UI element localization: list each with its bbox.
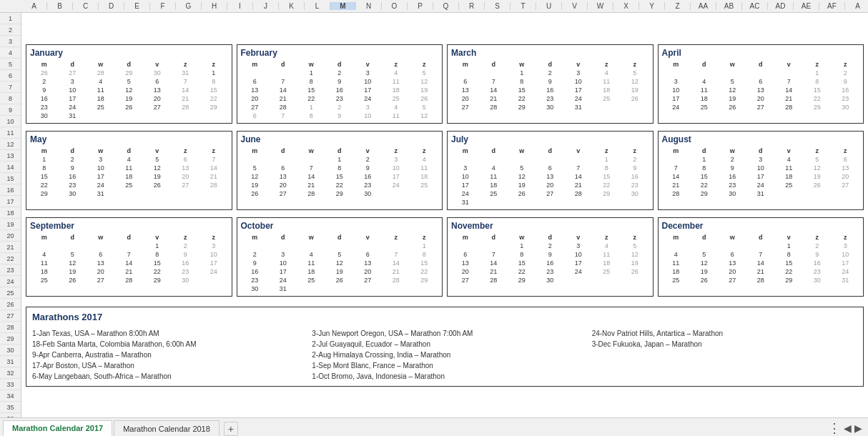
row-35: 35	[0, 402, 21, 413]
marathon-col-1: 1-Jan Texas, USA – Marathon 8:00h AM 18-…	[32, 328, 297, 382]
marathons-columns: 1-Jan Texas, USA – Marathon 8:00h AM 18-…	[32, 328, 857, 382]
marathon-entry-3-1: 24-Nov Patriot Hills, Antartica – Marath…	[592, 328, 857, 339]
row-23: 23	[0, 264, 21, 276]
calendars-row-1: January mdwdvzz 2627282930311 2345678 91…	[26, 44, 864, 124]
row-numbers: 1 2 3 4 5 6 7 8 9 10 11 12 13 14 15 16 1…	[0, 13, 21, 417]
col-A2: A	[845, 2, 868, 10]
marathons-section: Marathons 2017 1-Jan Texas, USA – Marath…	[26, 307, 864, 387]
sheet-content: January mdwdvzz 2627282930311 2345678 91…	[21, 13, 868, 417]
marathon-entry-2-4: 1-Sep Mont Blanc, France – Marathon	[312, 360, 577, 371]
march-title: March	[451, 48, 649, 58]
col-I: I	[227, 2, 253, 10]
row-28: 28	[0, 322, 21, 333]
row-12: 12	[0, 139, 21, 150]
row-21: 21	[0, 242, 21, 253]
december-grid: mdwdvzz 123 45678910 11121314151617 1819	[662, 233, 860, 284]
row-33: 33	[0, 379, 21, 390]
col-G: G	[176, 2, 202, 10]
row-18: 18	[0, 207, 21, 219]
december-calendar: December mdwdvzz 123 45678910 1112131415…	[658, 217, 864, 297]
july-title: July	[451, 134, 649, 144]
june-calendar: June mdwdvzz 1234 567891011 121314151617…	[237, 131, 443, 210]
marathon-entry-1-4: 17-Apr Boston, USA – Marathon	[32, 360, 297, 371]
row-32: 32	[0, 367, 21, 379]
august-calendar: August mdwdvzz 123456 78910111213 141516…	[658, 131, 864, 210]
col-J: J	[253, 2, 279, 10]
col-V: V	[562, 2, 588, 10]
row-20: 20	[0, 230, 21, 242]
col-Z: Z	[665, 2, 691, 10]
row-24: 24	[0, 276, 21, 287]
row-13: 13	[0, 150, 21, 162]
row-26: 26	[0, 299, 21, 310]
october-grid: mdwdvzz 1 2345678 9101112131415 16171819	[241, 233, 439, 293]
marathon-entry-3-2: 3-Dec Fukuoka, Japan – Marathon	[592, 339, 857, 350]
col-N: N	[356, 2, 382, 10]
col-Q: Q	[433, 2, 459, 10]
january-grid: mdwdvzz 2627282930311 2345678 9101112131…	[30, 60, 228, 120]
row-2: 2	[0, 24, 21, 36]
row-17: 17	[0, 196, 21, 207]
calendars-row-3: September mdwdvzz 123 45678910 111213141…	[26, 217, 864, 297]
march-grid: mdwdvzz 12345 6789101112 13141516171819	[451, 60, 649, 112]
col-H: H	[202, 2, 227, 10]
col-AA: AA	[691, 2, 716, 10]
february-grid: mdwdvzz 12345 6789101112 13141516171819	[241, 60, 439, 120]
col-AB: AB	[716, 2, 742, 10]
col-S: S	[485, 2, 511, 10]
row-34: 34	[0, 390, 21, 402]
marathon-entry-1-5: 6-May Langebaan, South-Africa – Marathon	[32, 371, 297, 382]
col-E: E	[124, 2, 150, 10]
september-grid: mdwdvzz 123 45678910 11121314151617 1819	[30, 233, 228, 284]
col-AE: AE	[794, 2, 819, 10]
marathon-entry-1-2: 18-Feb Santa Marta, Colombia Marathon, 6…	[32, 339, 297, 350]
row-8: 8	[0, 93, 21, 104]
col-F: F	[150, 2, 176, 10]
may-calendar: May mdwdvzz 1234567 891011121314 1516171…	[26, 131, 232, 210]
july-grid: mdwdvzz 12 3456789 10111213141516 171819	[451, 147, 649, 207]
row-16: 16	[0, 184, 21, 196]
col-O: O	[382, 2, 408, 10]
scroll-right-icon[interactable]: ▶	[854, 422, 862, 434]
col-L: L	[305, 2, 330, 10]
june-grid: mdwdvzz 1234 567891011 12131415161718 19	[241, 147, 439, 198]
scroll-left-icon[interactable]: ◀	[844, 422, 852, 434]
col-K: K	[279, 2, 305, 10]
marathon-entry-2-2: 2-Jul Guayaquil, Ecuador – Marathon	[312, 339, 577, 350]
marathon-entry-1-3: 9-Apr Canberra, Austratia – Marathon	[32, 350, 297, 360]
col-B: B	[47, 2, 73, 10]
row-29: 29	[0, 333, 21, 345]
col-M: M	[330, 2, 356, 10]
marathon-col-3: 24-Nov Patriot Hills, Antartica – Marath…	[592, 328, 857, 382]
row-19: 19	[0, 219, 21, 230]
tab-marathon-2018[interactable]: Marathon Calendar 2018	[114, 420, 220, 436]
col-D: D	[99, 2, 124, 10]
march-calendar: March mdwdvzz 12345 6789101112 131415161…	[447, 44, 654, 124]
col-P: P	[408, 2, 433, 10]
june-title: June	[241, 134, 439, 144]
row-1: 1	[0, 13, 21, 24]
spreadsheet-header: A B C D E F G H I J K L M N O P Q R S T …	[0, 0, 868, 13]
row-30: 30	[0, 345, 21, 356]
row-15: 15	[0, 173, 21, 184]
column-headers: A B C D E F G H I J K L M N O P Q R S T …	[0, 2, 868, 10]
grid-area: January mdwdvzz 2627282930311 2345678 91…	[21, 13, 868, 390]
row-25: 25	[0, 287, 21, 299]
col-X: X	[613, 2, 639, 10]
february-title: February	[241, 48, 439, 58]
tab-options-icon[interactable]: ⋮	[828, 420, 841, 436]
row-5: 5	[0, 59, 21, 70]
row-14: 14	[0, 162, 21, 173]
tab-marathon-2017[interactable]: Marathon Calendar 2017	[3, 420, 112, 436]
row-11: 11	[0, 127, 21, 139]
february-calendar: February mdwdvzz 12345 6789101112 131415…	[237, 44, 443, 124]
november-title: November	[451, 221, 649, 231]
april-calendar: April mdwdvzz 12 3456789 10111213141516	[658, 44, 864, 124]
row-7: 7	[0, 81, 21, 93]
calendars-row-2: May mdwdvzz 1234567 891011121314 1516171…	[26, 131, 864, 210]
row-6: 6	[0, 70, 21, 81]
november-grid: mdwdvzz 12345 6789101112 13141516171819	[451, 233, 649, 284]
marathons-title: Marathons 2017	[32, 312, 857, 322]
tab-add-button[interactable]: +	[224, 422, 238, 436]
col-Y: Y	[639, 2, 665, 10]
